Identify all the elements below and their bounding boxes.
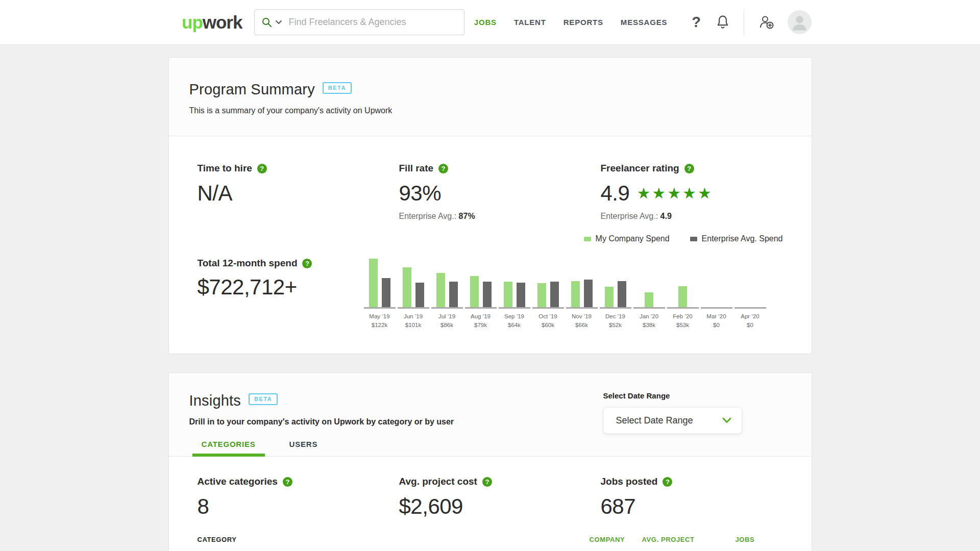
month-value-label: $101k <box>398 322 429 328</box>
month-value-label: $86k <box>431 322 463 328</box>
metric-label: Fill rate <box>399 163 434 174</box>
metric-value: 687 <box>601 494 791 519</box>
axis-segment <box>364 307 396 309</box>
month-value-label: $53k <box>667 322 699 328</box>
company-spend-bar <box>504 282 512 307</box>
nav-link-talent[interactable]: TALENT <box>514 18 546 27</box>
metric-jobs-posted: Jobs posted ? 687 <box>601 476 791 519</box>
metric-value: N/A <box>198 181 399 206</box>
chart-month-group: Dec ’19$52k <box>600 258 631 328</box>
month-tick-label: Aug ’19 <box>465 313 497 319</box>
total-spend-block: Total 12-month spend ? $722,712+ <box>198 258 364 299</box>
company-spend-bar <box>605 287 614 307</box>
insights-card: Insights BETA Drill in to your company's… <box>168 372 812 551</box>
monthly-spend-bar-chart: May ’19$122kJun ’19$101kJul ’19$86kAug ’… <box>364 258 766 328</box>
enterprise-avg-bar <box>517 283 525 307</box>
month-tick-label: Oct ’19 <box>532 313 564 319</box>
nav-link-messages[interactable]: MESSAGES <box>621 18 667 27</box>
nav-link-reports[interactable]: REPORTS <box>564 18 603 27</box>
column-header-category: CATEGORY <box>198 536 237 543</box>
axis-segment <box>532 307 564 309</box>
enterprise-avg-bar <box>584 280 593 307</box>
metric-value: 93% <box>399 181 601 206</box>
help-tooltip-icon[interactable]: ? <box>684 164 694 173</box>
metric-enterprise-avg: Enterprise Avg.: 87% <box>399 212 601 221</box>
enterprise-avg-bar <box>618 281 626 307</box>
month-value-label: $64k <box>499 322 530 328</box>
tab-categories[interactable]: CATEGORIES <box>192 440 265 456</box>
company-spend-bar <box>470 276 479 307</box>
month-value-label: $66k <box>566 322 598 328</box>
axis-segment <box>633 307 665 309</box>
logo-work: work <box>203 12 242 32</box>
company-spend-bar <box>537 283 546 307</box>
axis-segment <box>465 307 497 309</box>
primary-nav: JOBS TALENT REPORTS MESSAGES <box>474 18 667 27</box>
search-box[interactable] <box>254 9 464 35</box>
axis-segment <box>398 307 429 309</box>
program-summary-subtitle: This is a summary of your company's acti… <box>189 106 791 115</box>
column-header-avg-project[interactable]: AVG. PROJECT <box>642 536 695 543</box>
metric-label: Avg. project cost <box>399 476 477 487</box>
metric-time-to-hire: Time to hire ? N/A <box>198 163 399 221</box>
help-tooltip-icon[interactable]: ? <box>283 477 292 487</box>
date-range-label: Select Date Range <box>603 391 742 400</box>
month-tick-label: Nov ’19 <box>566 313 598 319</box>
enterprise-avg-bar <box>449 282 458 307</box>
help-tooltip-icon[interactable]: ? <box>482 477 492 487</box>
company-spend-bar <box>436 273 445 307</box>
help-tooltip-icon[interactable]: ? <box>663 477 672 487</box>
chart-month-group: Oct ’19$60k <box>532 258 564 328</box>
notifications-bell-icon[interactable] <box>716 15 729 30</box>
tab-users[interactable]: USERS <box>280 440 327 456</box>
search-input[interactable] <box>287 16 457 28</box>
column-header-jobs[interactable]: JOBS <box>736 536 755 543</box>
invite-user-icon[interactable] <box>758 14 774 30</box>
legend-enterprise-avg-spend: Enterprise Avg. Spend <box>690 234 783 243</box>
chart-month-group: May ’19$122k <box>364 258 396 328</box>
company-spend-bar <box>403 267 411 307</box>
month-tick-label: Dec ’19 <box>600 313 631 319</box>
month-tick-label: Jul ’19 <box>431 313 463 319</box>
axis-segment <box>667 307 699 309</box>
upwork-logo[interactable]: upwork <box>182 12 242 33</box>
program-summary-header: Program Summary BETA This is a summary o… <box>169 58 812 136</box>
company-spend-bar <box>571 281 580 307</box>
top-navigation-bar: upwork JOBS TALENT REPORTS MESSAGES ? <box>0 0 980 45</box>
chart-month-group: Jul ’19$86k <box>431 258 463 328</box>
date-range-select[interactable]: Select Date Range <box>603 407 742 434</box>
legend-swatch-green <box>584 237 591 241</box>
company-spend-bar <box>369 259 378 307</box>
program-summary-title: Program Summary <box>189 80 315 98</box>
nav-link-jobs[interactable]: JOBS <box>474 18 497 27</box>
month-tick-label: Jan ’20 <box>633 313 665 319</box>
search-icon[interactable] <box>262 17 272 28</box>
enterprise-avg-bar <box>483 282 492 307</box>
star-rating-icons: ★★★★★ <box>636 186 713 201</box>
month-tick-label: Jun ’19 <box>398 313 429 319</box>
help-tooltip-icon[interactable]: ? <box>302 259 312 268</box>
metric-label: Freelancer rating <box>601 163 679 174</box>
user-avatar[interactable] <box>788 10 812 34</box>
category-table-header: CATEGORY COMPANY AVG. PROJECT JOBS <box>198 536 791 551</box>
chart-legend: My Company Spend Enterprise Avg. Spend <box>198 234 783 243</box>
metric-value: $2,609 <box>399 494 601 519</box>
axis-segment <box>734 307 766 309</box>
metric-label: Time to hire <box>198 163 252 174</box>
column-header-company-spend[interactable]: COMPANY <box>590 536 625 543</box>
summary-metrics-row: Time to hire ? N/A Fill rate ? 93% Enter… <box>198 163 791 221</box>
chart-month-group: Mar ’20$0 <box>701 258 732 328</box>
help-tooltip-icon[interactable]: ? <box>257 164 267 173</box>
search-category-chevron-icon[interactable] <box>276 20 282 24</box>
chart-month-group: Aug ’19$79k <box>465 258 497 328</box>
metric-freelancer-rating: Freelancer rating ? 4.9 ★★★★★ Enterprise… <box>601 163 791 221</box>
chart-month-group: Jun ’19$101k <box>398 258 429 328</box>
help-tooltip-icon[interactable]: ? <box>438 164 448 173</box>
metric-fill-rate: Fill rate ? 93% Enterprise Avg.: 87% <box>399 163 601 221</box>
help-icon[interactable]: ? <box>692 14 701 31</box>
total-spend-value: $722,712+ <box>198 275 364 299</box>
beta-badge: BETA <box>249 393 278 405</box>
month-tick-label: May ’19 <box>364 313 396 319</box>
nav-divider <box>744 11 744 34</box>
month-tick-label: Mar ’20 <box>701 313 732 319</box>
